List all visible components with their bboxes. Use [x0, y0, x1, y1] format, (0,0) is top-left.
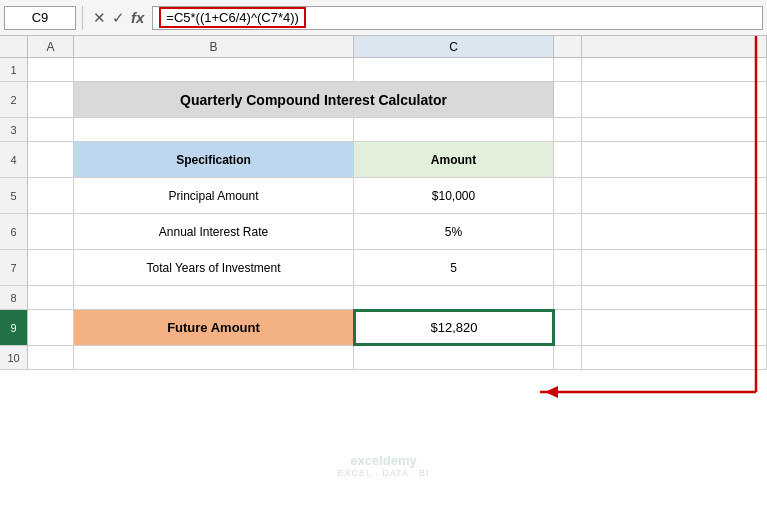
cell-e6: [582, 214, 767, 249]
cell-e5: [582, 178, 767, 213]
formula-icons-group: ✕ ✓ fx: [89, 9, 148, 27]
table-row: 7 Total Years of Investment 5: [0, 250, 767, 286]
grid-body: 1 2 Quarterly Compound Interest Calculat…: [0, 58, 767, 508]
cell-b7[interactable]: Total Years of Investment: [74, 250, 354, 285]
cell-b1[interactable]: [74, 58, 354, 81]
cell-c5[interactable]: $10,000: [354, 178, 554, 213]
col-header-b[interactable]: B: [74, 36, 354, 57]
table-row: 9 Future Amount $12,820: [0, 310, 767, 346]
cell-a10[interactable]: [28, 346, 74, 369]
cell-a4[interactable]: [28, 142, 74, 177]
row-header-2: 2: [0, 82, 28, 117]
confirm-icon[interactable]: ✓: [112, 9, 125, 27]
cell-a6[interactable]: [28, 214, 74, 249]
col-header-d: [554, 36, 582, 57]
cell-a5[interactable]: [28, 178, 74, 213]
table-row: 1: [0, 58, 767, 82]
table-row: 3: [0, 118, 767, 142]
cell-b9-future-label[interactable]: Future Amount: [74, 310, 354, 345]
cell-b4-spec-header[interactable]: Specification: [74, 142, 354, 177]
cell-b8[interactable]: [74, 286, 354, 309]
future-amount-label: Future Amount: [167, 320, 260, 335]
cell-d3: [554, 118, 582, 141]
cell-c3[interactable]: [354, 118, 554, 141]
cell-c8[interactable]: [354, 286, 554, 309]
cell-a1[interactable]: [28, 58, 74, 81]
cell-e2: [582, 82, 767, 117]
cell-e7: [582, 250, 767, 285]
principal-label: Principal Amount: [168, 189, 258, 203]
row-header-5: 5: [0, 178, 28, 213]
cell-c10[interactable]: [354, 346, 554, 369]
row-header-6: 6: [0, 214, 28, 249]
table-row: 6 Annual Interest Rate 5%: [0, 214, 767, 250]
cell-b5[interactable]: Principal Amount: [74, 178, 354, 213]
cell-a9[interactable]: [28, 310, 74, 345]
cell-a7[interactable]: [28, 250, 74, 285]
fx-icon[interactable]: fx: [131, 9, 144, 26]
cell-d1: [554, 58, 582, 81]
spreadsheet-title: Quarterly Compound Interest Calculator: [180, 92, 447, 108]
row-header-3: 3: [0, 118, 28, 141]
formula-text: =C5*((1+C6/4)^(C7*4)): [159, 7, 306, 28]
cell-b6[interactable]: Annual Interest Rate: [74, 214, 354, 249]
col-header-a[interactable]: A: [28, 36, 74, 57]
cell-e8: [582, 286, 767, 309]
cell-c6[interactable]: 5%: [354, 214, 554, 249]
cell-d2: [554, 82, 582, 117]
spec-header-label: Specification: [176, 153, 251, 167]
cell-ref-value: C9: [32, 10, 49, 25]
cell-c7[interactable]: 5: [354, 250, 554, 285]
cancel-icon[interactable]: ✕: [93, 9, 106, 27]
cell-e10: [582, 346, 767, 369]
title-cell[interactable]: Quarterly Compound Interest Calculator: [74, 82, 554, 117]
cell-d6: [554, 214, 582, 249]
years-value: 5: [450, 261, 457, 275]
principal-value: $10,000: [432, 189, 475, 203]
table-row: 4 Specification Amount: [0, 142, 767, 178]
cell-d7: [554, 250, 582, 285]
row-header-9: 9: [0, 310, 28, 345]
col-header-c[interactable]: C: [354, 36, 554, 57]
cell-a8[interactable]: [28, 286, 74, 309]
cell-e4: [582, 142, 767, 177]
cell-a2[interactable]: [28, 82, 74, 117]
cell-a3[interactable]: [28, 118, 74, 141]
amount-header-label: Amount: [431, 153, 476, 167]
cell-c1[interactable]: [354, 58, 554, 81]
cell-d9: [554, 310, 582, 345]
row-header-10: 10: [0, 346, 28, 369]
years-label: Total Years of Investment: [146, 261, 280, 275]
column-headers: A B C: [0, 36, 767, 58]
cell-c4-amount-header[interactable]: Amount: [354, 142, 554, 177]
cell-e3: [582, 118, 767, 141]
cell-d5: [554, 178, 582, 213]
cell-b3[interactable]: [74, 118, 354, 141]
cell-d4: [554, 142, 582, 177]
spreadsheet: A B C 1 2 Quarterly Compound Interest Ca…: [0, 36, 767, 508]
table-row: 5 Principal Amount $10,000: [0, 178, 767, 214]
table-row: 2 Quarterly Compound Interest Calculator: [0, 82, 767, 118]
formula-divider: [82, 6, 83, 30]
corner-spacer: [0, 36, 28, 57]
table-row: 8: [0, 286, 767, 310]
col-header-e: [582, 36, 767, 57]
cell-d8: [554, 286, 582, 309]
cell-c9-future-value[interactable]: $12,820: [354, 310, 554, 345]
row-header-1: 1: [0, 58, 28, 81]
interest-rate-label: Annual Interest Rate: [159, 225, 268, 239]
cell-b10[interactable]: [74, 346, 354, 369]
cell-e1: [582, 58, 767, 81]
formula-bar: C9 ✕ ✓ fx =C5*((1+C6/4)^(C7*4)): [0, 0, 767, 36]
table-row: 10: [0, 346, 767, 370]
cell-reference-box[interactable]: C9: [4, 6, 76, 30]
future-amount-value: $12,820: [431, 320, 478, 335]
cell-e9: [582, 310, 767, 345]
formula-input[interactable]: =C5*((1+C6/4)^(C7*4)): [152, 6, 763, 30]
row-header-7: 7: [0, 250, 28, 285]
cell-d10: [554, 346, 582, 369]
row-header-4: 4: [0, 142, 28, 177]
interest-rate-value: 5%: [445, 225, 462, 239]
row-header-8: 8: [0, 286, 28, 309]
